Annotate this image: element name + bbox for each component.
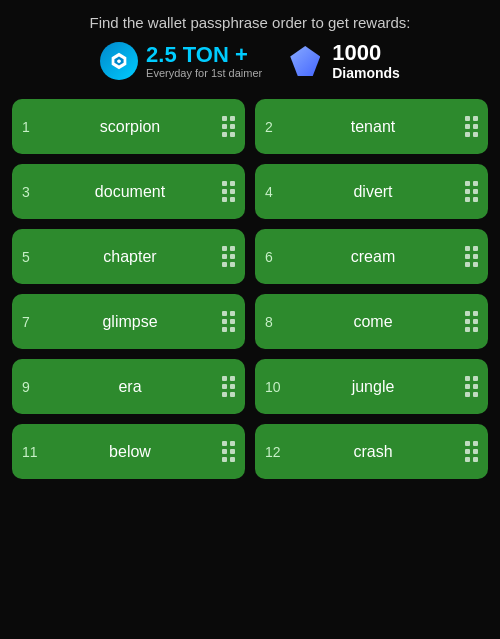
drag-dot xyxy=(222,132,227,137)
word-number: 11 xyxy=(22,444,38,460)
word-label: cream xyxy=(289,248,457,266)
drag-dot xyxy=(473,189,478,194)
drag-dot xyxy=(222,392,227,397)
word-card[interactable]: 1scorpion xyxy=(12,99,245,154)
word-card[interactable]: 5chapter xyxy=(12,229,245,284)
drag-dot xyxy=(222,449,227,454)
word-card[interactable]: 10jungle xyxy=(255,359,488,414)
drag-dot xyxy=(465,384,470,389)
drag-dot xyxy=(473,262,478,267)
drag-handle-icon[interactable] xyxy=(465,246,478,267)
word-card[interactable]: 6cream xyxy=(255,229,488,284)
drag-dot xyxy=(465,376,470,381)
drag-dot xyxy=(473,319,478,324)
drag-dot xyxy=(230,181,235,186)
diamond-shape xyxy=(290,46,320,76)
word-number: 7 xyxy=(22,314,38,330)
drag-dot xyxy=(222,124,227,129)
words-grid: 1scorpion2tenant3document4divert5chapter… xyxy=(12,99,488,479)
drag-dot xyxy=(222,441,227,446)
drag-handle-icon[interactable] xyxy=(465,376,478,397)
drag-dot xyxy=(473,311,478,316)
word-number: 10 xyxy=(265,379,281,395)
drag-dot xyxy=(230,311,235,316)
rewards-row: 2.5 TON + Everyday for 1st daimer 1000 D… xyxy=(12,41,488,81)
word-card[interactable]: 7glimpse xyxy=(12,294,245,349)
drag-dot xyxy=(465,246,470,251)
word-label: glimpse xyxy=(46,313,214,331)
drag-dot xyxy=(473,449,478,454)
word-number: 5 xyxy=(22,249,38,265)
ton-reward: 2.5 TON + Everyday for 1st daimer xyxy=(100,42,262,80)
drag-dot xyxy=(230,457,235,462)
header-title: Find the wallet passphrase order to get … xyxy=(90,14,411,31)
drag-dot xyxy=(222,254,227,259)
drag-dot xyxy=(230,392,235,397)
drag-handle-icon[interactable] xyxy=(465,441,478,462)
word-label: below xyxy=(46,443,214,461)
word-label: jungle xyxy=(289,378,457,396)
word-card[interactable]: 3document xyxy=(12,164,245,219)
drag-dot xyxy=(473,197,478,202)
drag-dot xyxy=(473,254,478,259)
drag-dot xyxy=(230,327,235,332)
drag-handle-icon[interactable] xyxy=(222,441,235,462)
drag-dot xyxy=(465,441,470,446)
drag-dot xyxy=(230,441,235,446)
word-label: chapter xyxy=(46,248,214,266)
word-number: 2 xyxy=(265,119,281,135)
drag-dot xyxy=(465,319,470,324)
drag-dot xyxy=(473,124,478,129)
word-label: scorpion xyxy=(46,118,214,136)
word-card[interactable]: 4divert xyxy=(255,164,488,219)
drag-dot xyxy=(230,124,235,129)
drag-dot xyxy=(230,116,235,121)
drag-handle-icon[interactable] xyxy=(222,116,235,137)
drag-dot xyxy=(465,457,470,462)
drag-dot xyxy=(222,197,227,202)
drag-handle-icon[interactable] xyxy=(465,181,478,202)
word-label: crash xyxy=(289,443,457,461)
drag-dot xyxy=(465,197,470,202)
drag-dot xyxy=(465,254,470,259)
drag-dot xyxy=(473,327,478,332)
drag-handle-icon[interactable] xyxy=(465,311,478,332)
word-card[interactable]: 11below xyxy=(12,424,245,479)
word-card[interactable]: 9era xyxy=(12,359,245,414)
drag-dot xyxy=(473,384,478,389)
drag-dot xyxy=(473,181,478,186)
drag-dot xyxy=(230,262,235,267)
drag-dot xyxy=(230,132,235,137)
drag-handle-icon[interactable] xyxy=(222,181,235,202)
drag-dot xyxy=(465,262,470,267)
word-card[interactable]: 8come xyxy=(255,294,488,349)
drag-dot xyxy=(222,319,227,324)
drag-handle-icon[interactable] xyxy=(465,116,478,137)
drag-dot xyxy=(473,246,478,251)
drag-dot xyxy=(230,197,235,202)
drag-dot xyxy=(230,384,235,389)
diamond-icon xyxy=(286,42,324,80)
word-card[interactable]: 2tenant xyxy=(255,99,488,154)
drag-dot xyxy=(473,116,478,121)
drag-dot xyxy=(465,311,470,316)
word-label: document xyxy=(46,183,214,201)
drag-dot xyxy=(230,449,235,454)
drag-dot xyxy=(222,189,227,194)
ton-text: 2.5 TON + Everyday for 1st daimer xyxy=(146,43,262,79)
word-number: 1 xyxy=(22,119,38,135)
word-card[interactable]: 12crash xyxy=(255,424,488,479)
drag-handle-icon[interactable] xyxy=(222,246,235,267)
drag-dot xyxy=(465,132,470,137)
drag-dot xyxy=(465,327,470,332)
drag-dot xyxy=(222,457,227,462)
drag-dot xyxy=(222,311,227,316)
drag-handle-icon[interactable] xyxy=(222,376,235,397)
drag-dot xyxy=(465,449,470,454)
drag-dot xyxy=(222,376,227,381)
diamonds-reward: 1000 Diamonds xyxy=(286,41,400,81)
word-label: era xyxy=(46,378,214,396)
drag-dot xyxy=(222,384,227,389)
drag-handle-icon[interactable] xyxy=(222,311,235,332)
drag-dot xyxy=(230,246,235,251)
